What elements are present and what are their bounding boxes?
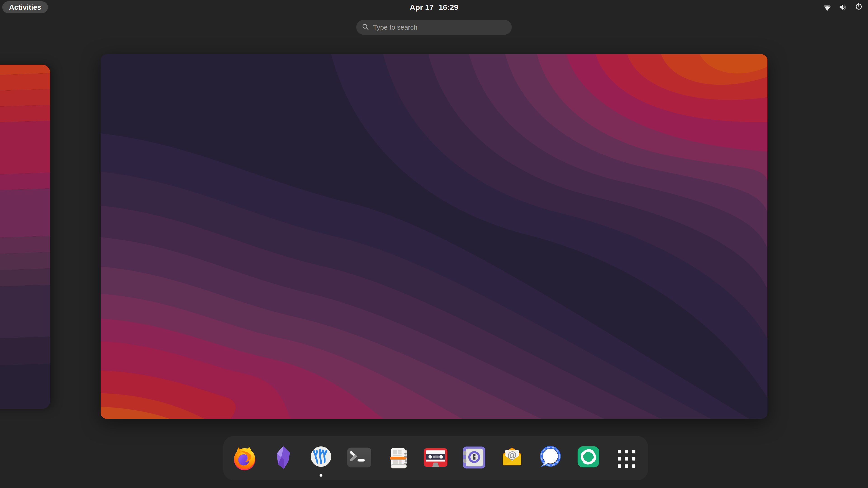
dock-item-terminal[interactable] [346, 436, 373, 480]
dock-item-cassette-player[interactable] [422, 436, 449, 480]
search-input[interactable] [373, 23, 506, 31]
workspace-thumbnail-left[interactable] [0, 65, 50, 409]
volume-icon [839, 3, 848, 12]
cassette-icon [423, 445, 448, 470]
safe-icon [461, 445, 487, 470]
envelope-icon: @ [500, 445, 524, 469]
workspace-preview-active[interactable] [101, 54, 767, 419]
wallpaper-image [101, 54, 767, 419]
running-indicator-dot [320, 474, 322, 477]
obsidian-icon [272, 445, 293, 470]
search-icon [362, 23, 369, 32]
speech-bubble-icon [538, 445, 562, 470]
dash-dock: NEWS @ [223, 436, 648, 480]
dock-item-coral-app[interactable] [308, 436, 334, 480]
clock-date: Apr 17 [410, 3, 434, 12]
swirl-arcs-icon [577, 445, 600, 469]
wallpaper-bands [0, 65, 50, 409]
app-grid-icon [618, 450, 636, 468]
dock-item-news-reader[interactable]: NEWS [384, 436, 411, 480]
clock-menu[interactable]: Apr 17 16:29 [410, 0, 458, 14]
wifi-icon [823, 3, 832, 12]
firefox-icon [231, 445, 258, 473]
power-icon [855, 3, 863, 11]
show-apps-button[interactable] [613, 436, 640, 480]
top-bar: Activities Apr 17 16:29 [0, 0, 868, 14]
search-bar[interactable] [356, 20, 512, 35]
dock-item-firefox[interactable] [231, 436, 258, 480]
newspaper-icon: NEWS [385, 445, 409, 470]
clock-time: 16:29 [438, 3, 458, 12]
coral-icon [309, 445, 333, 468]
dock-item-obsidian[interactable] [270, 436, 296, 480]
dock-item-element[interactable] [575, 436, 602, 480]
system-status-area[interactable] [823, 0, 863, 14]
dock-item-signal[interactable] [537, 436, 563, 480]
dock-item-mail[interactable]: @ [499, 436, 525, 480]
dock-item-password-safe[interactable] [460, 436, 487, 480]
activities-button[interactable]: Activities [2, 1, 48, 13]
terminal-icon [346, 445, 372, 470]
svg-text:NEWS: NEWS [404, 453, 408, 465]
